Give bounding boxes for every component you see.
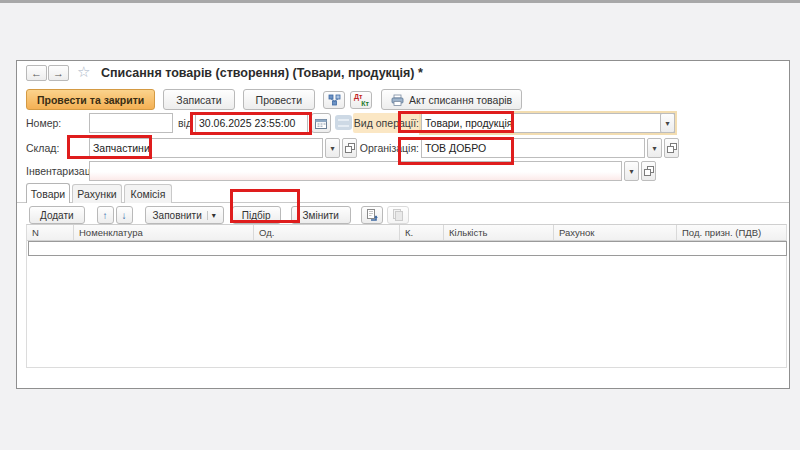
- tab-accounts[interactable]: Рахунки: [72, 184, 122, 203]
- printer-icon: [391, 94, 404, 106]
- move-down-icon[interactable]: ↓: [116, 206, 133, 224]
- pick-button[interactable]: Підбір: [232, 206, 281, 224]
- paste-rows-icon: [387, 206, 409, 224]
- forward-button[interactable]: →: [48, 65, 69, 81]
- operation-type-combobox[interactable]: Товари, продукція ▾: [421, 113, 675, 133]
- calendar-icon[interactable]: [311, 113, 331, 133]
- screenshot-root: ← → ☆ Списання товарів (створення) (Това…: [0, 0, 800, 450]
- table-selected-row[interactable]: [28, 241, 787, 256]
- warehouse-label: Склад:: [26, 138, 59, 158]
- col-header-unit[interactable]: Од.: [254, 225, 400, 240]
- col-header-nomenclature[interactable]: Номенклатура: [74, 225, 254, 240]
- inventory-open-icon[interactable]: [641, 161, 656, 181]
- inventory-value[interactable]: [89, 161, 622, 181]
- col-header-quantity[interactable]: Кількість: [444, 225, 554, 240]
- organization-label: Організація:: [353, 138, 419, 158]
- organization-value[interactable]: ТОВ ДОБРО: [421, 138, 645, 158]
- post-and-close-button[interactable]: Провести та закрити: [26, 89, 155, 110]
- inventory-combobox[interactable]: ▾: [89, 161, 655, 181]
- col-header-account[interactable]: Рахунок: [554, 225, 677, 240]
- operation-type-label: Вид операції:: [353, 113, 419, 133]
- document-window: ← → ☆ Списання товарів (створення) (Това…: [16, 60, 790, 389]
- organization-dropdown-icon[interactable]: ▾: [647, 138, 662, 158]
- col-header-k[interactable]: К.: [400, 225, 444, 240]
- dt-label: Дт: [354, 93, 362, 100]
- warehouse-value[interactable]: Запчастини: [89, 138, 323, 158]
- operation-type-value[interactable]: Товари, продукція: [421, 113, 675, 133]
- organization-open-icon[interactable]: [664, 138, 679, 158]
- print-act-label: Акт списання товарів: [409, 94, 512, 106]
- favorite-star-icon[interactable]: ☆: [77, 63, 90, 81]
- table-header-row: N Номенклатура Од. К. Кількість Рахунок …: [27, 225, 786, 241]
- fill-button[interactable]: Заповнити ▾: [145, 206, 224, 224]
- warehouse-dropdown-icon[interactable]: ▾: [325, 138, 340, 158]
- items-table: N Номенклатура Од. К. Кількість Рахунок …: [26, 224, 787, 368]
- kt-label: Кт: [361, 100, 369, 107]
- number-input[interactable]: [89, 113, 173, 133]
- date-prefix-label: від: [178, 113, 192, 133]
- fill-label: Заповнити: [153, 210, 202, 221]
- top-strip: [0, 0, 800, 3]
- col-header-vat[interactable]: Под. призн. (ПДВ): [677, 225, 786, 240]
- dt-kt-icon[interactable]: Дт Кт: [350, 91, 372, 109]
- tab-goods[interactable]: Товари: [26, 183, 70, 203]
- post-button[interactable]: Провести: [243, 89, 315, 110]
- move-up-icon[interactable]: ↑: [97, 206, 114, 224]
- back-button[interactable]: ←: [26, 65, 47, 81]
- add-row-button[interactable]: Додати: [29, 206, 85, 224]
- operation-dropdown-icon[interactable]: ▾: [660, 113, 675, 133]
- tab-commission[interactable]: Комісія: [124, 184, 172, 203]
- date-helper-icon: [335, 115, 352, 130]
- create-based-on-icon[interactable]: [323, 91, 345, 109]
- inventory-dropdown-icon[interactable]: ▾: [624, 161, 639, 181]
- save-button[interactable]: Записати: [163, 89, 234, 110]
- warehouse-combobox[interactable]: Запчастини ▾: [89, 138, 357, 158]
- number-label: Номер:: [26, 113, 61, 133]
- organization-combobox[interactable]: ТОВ ДОБРО ▾: [421, 138, 675, 158]
- date-input[interactable]: 30.06.2025 23:55:00: [195, 113, 308, 133]
- print-act-button[interactable]: Акт списання товарів: [381, 89, 522, 110]
- col-header-n[interactable]: N: [27, 225, 74, 240]
- fill-dropdown-icon: ▾: [207, 211, 216, 220]
- change-button[interactable]: Змінити: [291, 206, 351, 224]
- document-title: Списання товарів (створення) (Товари, пр…: [101, 66, 423, 80]
- copy-rows-icon[interactable]: [361, 206, 383, 224]
